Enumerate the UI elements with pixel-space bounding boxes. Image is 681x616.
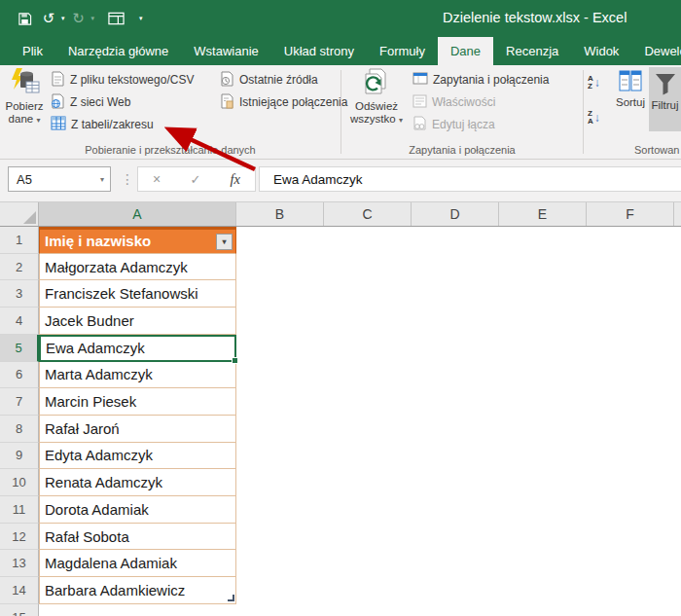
row-header-14[interactable]: 14 [0, 577, 39, 604]
cell-a6[interactable]: Marta Adamczyk [39, 362, 236, 389]
table-row: 14 Barbara Adamkiewicz [0, 577, 681, 604]
sort-az-icon: AZ [588, 75, 593, 91]
properties-icon [412, 94, 427, 111]
column-header-partial [674, 202, 681, 226]
row-header-10[interactable]: 10 [0, 469, 39, 496]
cell-a2[interactable]: Małgorzata Adamczyk [39, 254, 236, 281]
cell-a8[interactable]: Rafał Jaroń [39, 416, 236, 443]
formula-bar-drag-handle[interactable]: ⋮ [121, 171, 134, 187]
get-data-button[interactable]: Pobierz dane ▾ [2, 68, 47, 127]
sort-za-button[interactable]: ZA ↓ [588, 108, 600, 127]
sort-az-button[interactable]: AZ ↓ [588, 73, 600, 92]
sort-button[interactable]: Sortuj [612, 68, 649, 109]
row-header-11[interactable]: 11 [0, 496, 39, 524]
fill-handle[interactable] [232, 357, 238, 364]
row-header-1[interactable]: 1 [0, 227, 39, 254]
row-header-8[interactable]: 8 [0, 416, 39, 443]
get-data-icon [2, 68, 47, 97]
column-header-d[interactable]: D [412, 202, 499, 226]
filter-label: Filtruj [649, 99, 681, 112]
tab-uklad-strony[interactable]: Układ strony [271, 37, 367, 65]
formula-bar-row: A5 ▾ ⋮ × ✓ fx Ewa Adamczyk [0, 160, 681, 202]
touch-mode-icon[interactable] [105, 7, 126, 30]
filter-dropdown-icon[interactable]: ▾ [216, 234, 233, 250]
row-header-4[interactable]: 4 [0, 308, 39, 335]
cell-a11[interactable]: Dorota Adamiak [39, 496, 236, 524]
column-header-f[interactable]: F [587, 202, 674, 226]
tab-plik[interactable]: Plik [10, 37, 55, 65]
column-header-a[interactable]: A [39, 202, 236, 226]
column-header-c[interactable]: C [324, 202, 412, 226]
queries-connections-label: Zapytania i połączenia [433, 73, 549, 87]
confirm-entry-icon[interactable]: ✓ [190, 172, 200, 187]
table-row: 10 Renata Adamczyk [0, 469, 681, 496]
tab-deweloper[interactable]: Deweloper [631, 37, 681, 65]
column-header-e[interactable]: E [499, 202, 587, 226]
existing-connections-button[interactable]: Istniejące połączenia [220, 92, 347, 112]
insert-function-icon[interactable]: fx [230, 171, 239, 188]
recent-sources-button[interactable]: Ostatnie źródła [220, 70, 318, 90]
cell-a4[interactable]: Jacek Budner [39, 308, 236, 335]
undo-dropdown-icon[interactable]: ▾ [61, 15, 65, 22]
cell-a15[interactable] [39, 604, 236, 616]
cell-a3[interactable]: Franciszek Stefanowski [39, 280, 236, 308]
refresh-all-button[interactable]: Odśwież wszystko ▾ [345, 68, 408, 127]
from-web-button[interactable]: Z sieci Web [51, 92, 130, 112]
row-header-12[interactable]: 12 [0, 524, 39, 551]
customize-qat-icon[interactable]: ▾ [139, 15, 143, 22]
edit-links-button: Edytuj łącza [412, 115, 495, 134]
filter-button[interactable]: Filtruj [649, 67, 681, 131]
row-header-2[interactable]: 2 [0, 254, 39, 281]
save-icon[interactable] [14, 7, 35, 30]
redo-dropdown-icon: ▾ [91, 15, 95, 22]
redo-icon: ↻ [68, 7, 90, 30]
ribbon-tab-bar: Plik Narzędzia główne Wstawianie Układ s… [0, 37, 681, 65]
row-header-15[interactable]: 15 [0, 604, 39, 616]
queries-connections-icon [412, 72, 428, 89]
queries-connections-button[interactable]: Zapytania i połączenia [412, 70, 549, 90]
existing-connections-label: Istniejące połączenia [239, 95, 347, 109]
tab-formuly[interactable]: Formuły [367, 37, 438, 65]
file-csv-icon [51, 71, 65, 90]
existing-connections-icon [220, 93, 234, 112]
row-header-7[interactable]: 7 [0, 388, 39, 416]
name-box[interactable]: A5 ▾ [8, 166, 111, 192]
cell-a13[interactable]: Magdalena Adamiak [39, 550, 236, 577]
cell-a10[interactable]: Renata Adamczyk [39, 469, 236, 496]
row-header-3[interactable]: 3 [0, 280, 39, 308]
cell-a14[interactable]: Barbara Adamkiewicz [39, 577, 236, 604]
tab-dane[interactable]: Dane [438, 37, 493, 65]
web-icon [51, 93, 65, 112]
select-all-button[interactable] [0, 202, 39, 226]
name-box-caret-icon[interactable]: ▾ [100, 175, 104, 184]
column-header-b[interactable]: B [236, 202, 324, 226]
cell-a5-selected[interactable]: Ewa Adamczyk [39, 335, 236, 362]
edit-links-label: Edytuj łącza [432, 118, 495, 131]
tab-wstawianie[interactable]: Wstawianie [181, 37, 270, 65]
formula-input[interactable]: Ewa Adamczyk [259, 166, 681, 192]
from-table-range-button[interactable]: Z tabeli/zakresu [51, 115, 154, 134]
cell-a7[interactable]: Marcin Piesek [39, 388, 236, 416]
get-data-label-2: dane ▾ [2, 113, 47, 127]
tab-recenzja[interactable]: Recenzja [493, 37, 571, 65]
formula-buttons: × ✓ fx [137, 166, 256, 192]
table-resize-handle[interactable] [228, 595, 234, 601]
cancel-entry-icon[interactable]: × [153, 171, 161, 187]
row-header-13[interactable]: 13 [0, 550, 39, 577]
group-label-sort-filter: Sortowan [634, 144, 681, 156]
undo-icon[interactable]: ↺ [38, 7, 59, 30]
row-header-6[interactable]: 6 [0, 362, 39, 389]
from-text-csv-button[interactable]: Z pliku tekstowego/CSV [51, 70, 194, 90]
title-bar: ↺ ▾ ↻ ▾ ▾ Dzielenie tekstow.xlsx - Excel [0, 0, 681, 37]
table-row: 6 Marta Adamczyk [0, 362, 681, 389]
cell-a12[interactable]: Rafał Sobota [39, 524, 236, 551]
row-header-5[interactable]: 5 [0, 335, 39, 362]
properties-label: Właściwości [432, 95, 495, 109]
tab-narzedzia-glowne[interactable]: Narzędzia główne [55, 37, 181, 65]
tab-widok[interactable]: Widok [571, 37, 631, 65]
refresh-all-label-2: wszystko ▾ [345, 113, 408, 127]
row-header-9[interactable]: 9 [0, 443, 39, 470]
cell-a1-table-header[interactable]: Imię i nazwisko ▾ [39, 227, 236, 254]
cell-a9[interactable]: Edyta Adamczyk [39, 443, 236, 470]
from-text-csv-label: Z pliku tekstowego/CSV [70, 73, 194, 87]
